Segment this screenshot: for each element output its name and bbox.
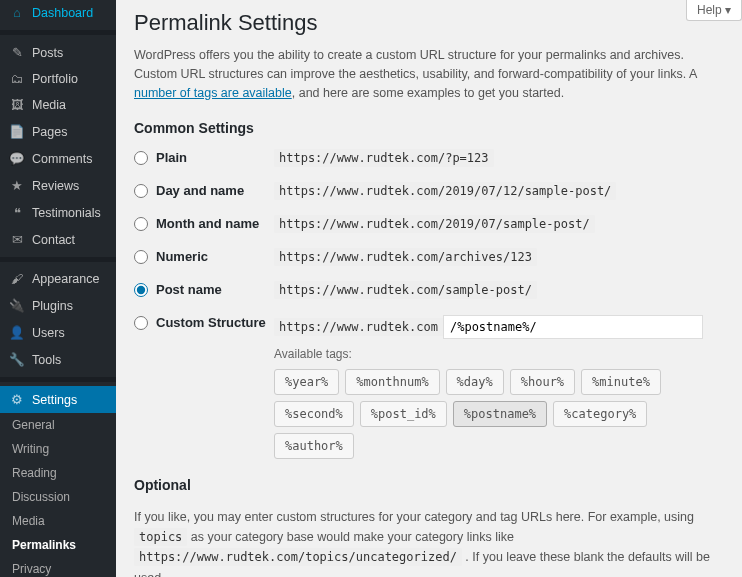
permalink-radio-day-and-name[interactable] [134,184,148,198]
submenu-item-privacy[interactable]: Privacy [0,557,116,577]
permalink-option-label[interactable]: Plain [134,150,274,165]
sidebar-item-label: Dashboard [32,6,93,20]
sidebar-item-pages[interactable]: 📄Pages [0,118,116,145]
permalink-option-label[interactable]: Custom Structure [134,315,274,330]
sidebar-item-comments[interactable]: 💬Comments [0,145,116,172]
sidebar-item-reviews[interactable]: ★Reviews [0,172,116,199]
sidebar-item-label: Pages [32,125,67,139]
tag-button-category[interactable]: %category% [553,401,647,427]
content-area: Help ▾ Permalink Settings WordPress offe… [116,0,742,577]
permalink-option-label[interactable]: Post name [134,282,274,297]
submenu-item-permalinks[interactable]: Permalinks [0,533,116,557]
settings-icon: ⚙ [8,392,26,407]
sidebar-item-testimonials[interactable]: ❝Testimonials [0,199,116,226]
plugins-icon: 🔌 [8,298,26,313]
optional-text: If you like, you may enter custom struct… [134,507,724,577]
common-settings-heading: Common Settings [134,120,724,136]
sidebar-item-label: Settings [32,393,77,407]
submenu-item-media[interactable]: Media [0,509,116,533]
sidebar-item-label: Tools [32,353,61,367]
sidebar-item-label: Appearance [32,272,99,286]
users-icon: 👤 [8,325,26,340]
sidebar-item-label: Comments [32,152,92,166]
available-tags: %year%%monthnum%%day%%hour%%minute%%seco… [274,369,724,459]
sidebar-item-label: Portfolio [32,72,78,86]
custom-prefix: https://www.rudtek.com [274,318,443,336]
permalink-example: https://www.rudtek.com/2019/07/12/sample… [274,182,616,200]
tag-button-postname[interactable]: %postname% [453,401,547,427]
permalink-option-row: Month and namehttps://www.rudtek.com/201… [134,216,724,231]
example-code-url: https://www.rudtek.com/topics/uncategori… [134,548,462,566]
sidebar-item-contact[interactable]: ✉Contact [0,226,116,253]
permalink-radio-post-name[interactable] [134,283,148,297]
permalink-option-label[interactable]: Month and name [134,216,274,231]
contact-icon: ✉ [8,232,26,247]
tag-button-author[interactable]: %author% [274,433,354,459]
permalink-radio-custom-structure[interactable] [134,316,148,330]
permalink-option-row: Custom Structurehttps://www.rudtek.comAv… [134,315,724,459]
optional-heading: Optional [134,477,724,493]
sidebar-item-label: Media [32,98,66,112]
available-tags-label: Available tags: [274,347,724,361]
tag-button-day[interactable]: %day% [446,369,504,395]
sidebar-item-appearance[interactable]: 🖌Appearance [0,266,116,292]
tag-button-monthnum[interactable]: %monthnum% [345,369,439,395]
sidebar-item-plugins[interactable]: 🔌Plugins [0,292,116,319]
permalink-option-row: Numerichttps://www.rudtek.com/archives/1… [134,249,724,264]
pages-icon: 📄 [8,124,26,139]
sidebar-item-label: Reviews [32,179,79,193]
sidebar-item-media[interactable]: 🖼Media [0,92,116,118]
tag-button-hour[interactable]: %hour% [510,369,575,395]
custom-structure-input[interactable] [443,315,703,339]
sidebar-item-dashboard[interactable]: ⌂Dashboard [0,0,116,26]
sidebar-item-users[interactable]: 👤Users [0,319,116,346]
permalink-option-row: Post namehttps://www.rudtek.com/sample-p… [134,282,724,297]
appearance-icon: 🖌 [8,272,26,286]
permalink-example: https://www.rudtek.com/archives/123 [274,248,537,266]
permalink-example: https://www.rudtek.com/2019/07/sample-po… [274,215,595,233]
submenu-item-general[interactable]: General [0,413,116,437]
sidebar-item-label: Plugins [32,299,73,313]
sidebar-item-label: Posts [32,46,63,60]
permalink-option-label[interactable]: Day and name [134,183,274,198]
tags-help-link[interactable]: number of tags are available [134,86,292,100]
permalink-example: https://www.rudtek.com/?p=123 [274,149,494,167]
permalink-radio-month-and-name[interactable] [134,217,148,231]
sidebar-item-settings[interactable]: ⚙Settings [0,386,116,413]
page-title: Permalink Settings [134,10,724,36]
sidebar-item-label: Testimonials [32,206,101,220]
permalink-example: https://www.rudtek.com/sample-post/ [274,281,537,299]
tag-button-post_id[interactable]: %post_id% [360,401,447,427]
posts-icon: ✎ [8,45,26,60]
portfolio-icon: 🗂 [8,72,26,86]
tag-button-minute[interactable]: %minute% [581,369,661,395]
dashboard-icon: ⌂ [8,6,26,20]
sidebar-item-tools[interactable]: 🔧Tools [0,346,116,373]
permalink-radio-plain[interactable] [134,151,148,165]
media-icon: 🖼 [8,98,26,112]
submenu-item-discussion[interactable]: Discussion [0,485,116,509]
reviews-icon: ★ [8,178,26,193]
sidebar-item-posts[interactable]: ✎Posts [0,39,116,66]
example-code-topics: topics [134,528,187,546]
admin-sidebar: ⌂Dashboard✎Posts🗂Portfolio🖼Media📄Pages💬C… [0,0,116,577]
sidebar-item-label: Users [32,326,65,340]
tools-icon: 🔧 [8,352,26,367]
tag-button-year[interactable]: %year% [274,369,339,395]
testimonials-icon: ❝ [8,205,26,220]
permalink-option-row: Day and namehttps://www.rudtek.com/2019/… [134,183,724,198]
permalink-option-label[interactable]: Numeric [134,249,274,264]
intro-text: WordPress offers you the ability to crea… [134,46,724,102]
permalink-radio-numeric[interactable] [134,250,148,264]
sidebar-item-label: Contact [32,233,75,247]
comments-icon: 💬 [8,151,26,166]
permalink-option-row: Plainhttps://www.rudtek.com/?p=123 [134,150,724,165]
help-tab[interactable]: Help ▾ [686,0,742,21]
tag-button-second[interactable]: %second% [274,401,354,427]
submenu-item-reading[interactable]: Reading [0,461,116,485]
sidebar-item-portfolio[interactable]: 🗂Portfolio [0,66,116,92]
submenu-item-writing[interactable]: Writing [0,437,116,461]
